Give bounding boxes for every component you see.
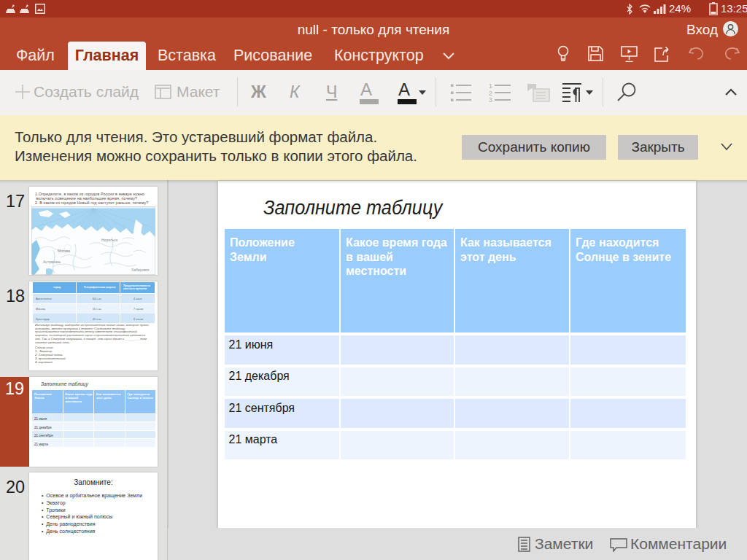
- svg-text:21 сентября: 21 сентября: [34, 434, 53, 438]
- svg-text:Земли: Земли: [34, 396, 44, 400]
- svg-text:21 июня: 21 июня: [34, 417, 47, 421]
- svg-text:Хабаровск: Хабаровск: [131, 268, 150, 272]
- svg-text:Географическая широта: Географическая широта: [84, 286, 116, 289]
- svg-text:Архангельск: Архангельск: [36, 298, 52, 300]
- svg-text:21 марта: 21 марта: [34, 442, 48, 446]
- svg-text:64 с.ш.: 64 с.ш.: [93, 298, 101, 300]
- svg-text:45 с.ш.: 45 с.ш.: [93, 318, 101, 321]
- svg-text:Астрахань: Астрахань: [43, 260, 61, 264]
- svg-text:город: город: [53, 286, 61, 289]
- svg-text:1: 1: [489, 83, 492, 90]
- svg-text:Норильск: Норильск: [101, 238, 118, 242]
- svg-text:21 декабря: 21 декабря: [34, 425, 52, 429]
- svg-text:Москва: Москва: [36, 308, 46, 311]
- svg-text:55 с.ш.: 55 с.ш.: [93, 308, 101, 311]
- svg-text:Краснодар: Краснодар: [36, 318, 50, 321]
- svg-text:светлого времени: светлого времени: [123, 287, 147, 290]
- svg-text:Москва: Москва: [58, 249, 70, 253]
- svg-text:2: 2: [489, 90, 492, 97]
- svg-text:7 часов: 7 часов: [133, 308, 143, 311]
- svg-text:3: 3: [489, 96, 492, 102]
- svg-text:4 часа: 4 часа: [133, 298, 142, 300]
- svg-text:Солнце в зените: Солнце в зените: [128, 396, 154, 400]
- svg-text:местности: местности: [66, 400, 82, 403]
- svg-text:8 часов: 8 часов: [133, 318, 143, 321]
- svg-text:этот день: этот день: [96, 396, 112, 400]
